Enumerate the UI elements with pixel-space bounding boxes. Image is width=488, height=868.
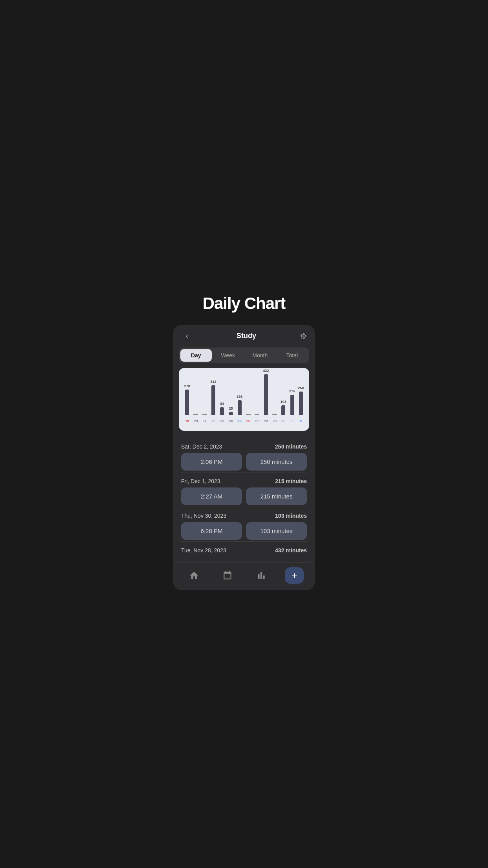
x-label-29: 29 [270,419,279,423]
x-axis: 19 20 21 22 23 24 25 26 27 28 29 30 1 2 [183,419,305,423]
x-label-20: 20 [191,419,200,423]
nav-calendar[interactable] [218,570,237,581]
bar-26 [246,414,251,415]
session-date-1: Sat, Dec 2, 2023 [181,443,222,450]
bar-23 [220,407,224,415]
session-total-2: 215 minutes [275,478,307,484]
tab-month[interactable]: Month [244,349,276,362]
chart-icon [256,570,266,581]
tab-week[interactable]: Week [213,349,244,362]
divider-1 [181,472,307,473]
nav-add-button[interactable]: + [285,567,304,584]
bar-col-23: 83 [218,402,226,415]
session-time-2[interactable]: 2:27 AM [181,487,242,505]
bar-22 [211,385,215,415]
session-total-3: 103 minutes [275,513,307,519]
back-button[interactable]: ‹ [181,331,193,341]
session-duration-3[interactable]: 103 minutes [246,522,307,540]
x-label-21: 21 [200,419,209,423]
chart-bars: 270 314 [183,373,305,417]
divider-3 [181,541,307,542]
x-label-25: 25 [235,419,244,423]
bar-29 [272,414,277,415]
tab-total[interactable]: Total [277,349,308,362]
bar-col-24: 25 [226,406,235,415]
tab-day[interactable]: Day [180,349,212,362]
bar-24 [229,412,233,415]
card-title: Study [237,332,256,340]
bar-1 [290,395,294,415]
card-header: ‹ Study ⚙ [173,325,315,345]
session-date-2: Fri, Dec 1, 2023 [181,478,220,484]
bar-col-21 [200,408,209,415]
session-duration-1[interactable]: 250 minutes [246,453,307,471]
bar-28 [264,374,268,415]
session-date-3: Thu, Nov 30, 2023 [181,513,226,519]
bar-col-27 [253,408,261,415]
bar-21 [202,414,207,415]
bar-2 [299,392,303,415]
screen: Daily Chart ‹ Study ⚙ Day Week Month Tot… [167,278,321,590]
bar-col-29 [270,408,279,415]
bar-col-30: 103 [279,400,288,415]
bar-col-22: 314 [209,380,218,415]
session-time-3[interactable]: 6:28 PM [181,522,242,540]
bar-col-20 [191,408,200,415]
x-label-19: 19 [183,419,191,423]
x-label-1: 1 [288,419,296,423]
x-label-27: 27 [253,419,261,423]
nav-chart[interactable] [251,570,271,581]
page-title: Daily Chart [203,294,286,313]
session-pills-1: 2:06 PM 250 minutes [181,453,307,471]
x-label-26: 26 [244,419,253,423]
bar-col-25: 156 [235,395,244,415]
gear-icon[interactable]: ⚙ [300,331,307,341]
x-label-30: 30 [279,419,288,423]
bar-25 [238,400,242,415]
x-label-28: 28 [262,419,270,423]
x-label-23: 23 [218,419,226,423]
bar-col-19: 270 [183,384,191,415]
x-label-2: 2 [297,419,305,423]
x-label-24: 24 [226,419,235,423]
session-date-row-1: Sat, Dec 2, 2023 250 minutes [181,439,307,453]
bar-30 [281,405,285,415]
session-date-row-3: Thu, Nov 30, 2023 103 minutes [181,508,307,522]
session-date-4: Tue, Nov 28, 2023 [181,547,226,554]
tab-bar: Day Week Month Total [179,348,309,363]
x-label-22: 22 [209,419,218,423]
bar-20 [193,414,198,415]
session-pills-2: 2:27 AM 215 minutes [181,487,307,505]
bar-19 [185,390,189,415]
chart-area: 270 314 [179,368,309,431]
session-date-row-2: Fri, Dec 1, 2023 215 minutes [181,473,307,487]
session-duration-2[interactable]: 215 minutes [246,487,307,505]
bar-col-1: 215 [288,389,296,415]
bottom-nav: + [173,562,315,590]
session-total-1: 250 minutes [275,443,307,450]
bar-27 [255,414,259,415]
bar-col-26 [244,408,253,415]
divider-2 [181,507,307,507]
session-pills-3: 6:28 PM 103 minutes [181,522,307,540]
main-card: ‹ Study ⚙ Day Week Month Total 270 [173,325,315,590]
calendar-icon [222,570,233,581]
sessions-list: Sat, Dec 2, 2023 250 minutes 2:06 PM 250… [173,436,315,559]
bar-col-28: 432 [262,369,270,415]
session-time-1[interactable]: 2:06 PM [181,453,242,471]
home-icon [189,570,199,581]
session-total-4: 432 minutes [275,547,307,554]
bar-col-2: 250 [297,386,305,415]
session-date-row-4: Tue, Nov 28, 2023 432 minutes [181,542,307,557]
add-icon: + [292,570,297,581]
nav-home[interactable] [184,570,204,581]
